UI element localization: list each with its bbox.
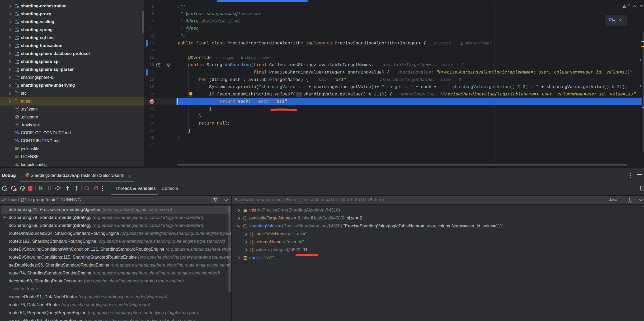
svg-text:f: f bbox=[252, 249, 253, 252]
svg-text:p: p bbox=[244, 217, 246, 220]
svg-text:p: p bbox=[244, 225, 246, 228]
svg-text:f: f bbox=[252, 233, 253, 236]
svg-text:f: f bbox=[252, 241, 253, 244]
